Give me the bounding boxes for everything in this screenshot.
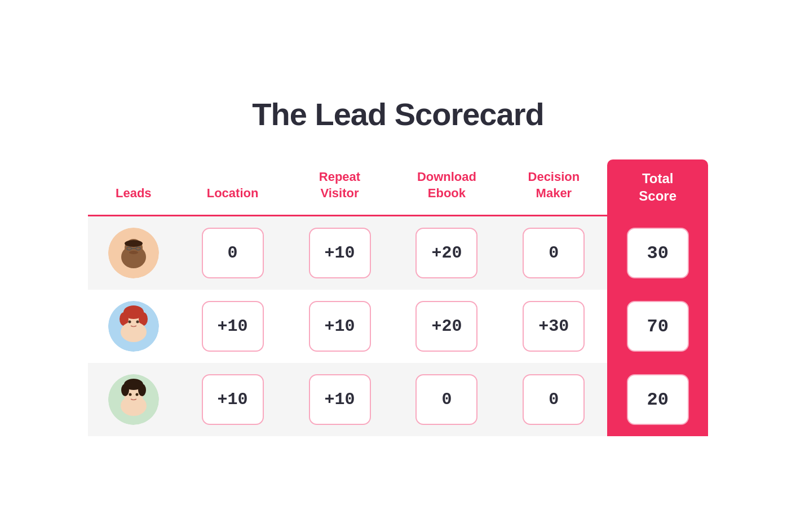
svg-point-3 xyxy=(125,240,143,247)
total-score-box-3: 20 xyxy=(627,374,689,425)
scorecard-wrapper: The Lead Scorecard Leads Location Repeat… xyxy=(88,96,708,436)
location-cell-1: 0 xyxy=(179,216,286,290)
download_ebook-cell-3: 0 xyxy=(393,363,500,436)
table-row: 0+10+20030 xyxy=(88,216,708,290)
location-cell-2: +10 xyxy=(179,290,286,363)
score-box-decision_maker-2: +30 xyxy=(523,301,585,352)
total-score-cell-2: 70 xyxy=(607,290,708,363)
avatar-1 xyxy=(108,228,159,278)
svg-point-20 xyxy=(138,384,146,396)
score-box-download_ebook-3: 0 xyxy=(415,374,477,425)
col-header-download-ebook: DownloadEbook xyxy=(393,159,500,215)
score-box-repeat_visitor-3: +10 xyxy=(309,374,371,425)
score-box-download_ebook-2: +20 xyxy=(415,301,477,352)
header-row: Leads Location RepeatVisitor DownloadEbo… xyxy=(88,159,708,215)
score-box-decision_maker-1: 0 xyxy=(523,228,585,278)
score-box-location-3: +10 xyxy=(202,374,264,425)
score-box-repeat_visitor-2: +10 xyxy=(309,301,371,352)
repeat_visitor-cell-3: +10 xyxy=(286,363,393,436)
svg-point-23 xyxy=(135,393,138,396)
score-box-location-2: +10 xyxy=(202,301,264,352)
col-header-total-score: TotalScore xyxy=(607,159,708,215)
table-row: +10+10+20+3070 xyxy=(88,290,708,363)
score-box-location-1: 0 xyxy=(202,228,264,278)
download_ebook-cell-1: +20 xyxy=(393,216,500,290)
score-box-repeat_visitor-1: +10 xyxy=(309,228,371,278)
col-header-decision-maker: DecisionMaker xyxy=(500,159,607,215)
repeat_visitor-cell-2: +10 xyxy=(286,290,393,363)
svg-point-14 xyxy=(128,321,131,323)
svg-point-22 xyxy=(129,393,131,396)
total-score-cell-1: 30 xyxy=(607,216,708,290)
avatar-3 xyxy=(108,374,159,425)
svg-point-7 xyxy=(129,251,138,254)
decision_maker-cell-3: 0 xyxy=(500,363,607,436)
avatar-2 xyxy=(108,301,159,352)
col-header-repeat-visitor: RepeatVisitor xyxy=(286,159,393,215)
table-row: +10+100020 xyxy=(88,363,708,436)
svg-point-19 xyxy=(121,384,129,396)
score-box-decision_maker-3: 0 xyxy=(523,374,585,425)
svg-point-21 xyxy=(121,396,147,416)
svg-point-13 xyxy=(121,322,147,342)
scorecard-table: Leads Location RepeatVisitor DownloadEbo… xyxy=(88,159,708,436)
repeat_visitor-cell-1: +10 xyxy=(286,216,393,290)
avatar-cell-3 xyxy=(88,363,179,436)
decision_maker-cell-2: +30 xyxy=(500,290,607,363)
svg-point-15 xyxy=(136,321,139,323)
avatar-cell-1 xyxy=(88,216,179,290)
total-score-box-1: 30 xyxy=(627,228,689,278)
avatar-cell-2 xyxy=(88,290,179,363)
location-cell-3: +10 xyxy=(179,363,286,436)
col-header-location: Location xyxy=(179,159,286,215)
total-score-box-2: 70 xyxy=(627,301,689,352)
total-score-cell-3: 20 xyxy=(607,363,708,436)
download_ebook-cell-2: +20 xyxy=(393,290,500,363)
decision_maker-cell-1: 0 xyxy=(500,216,607,290)
score-box-download_ebook-1: +20 xyxy=(415,228,477,278)
page-title: The Lead Scorecard xyxy=(88,96,708,132)
col-header-leads: Leads xyxy=(88,159,179,215)
